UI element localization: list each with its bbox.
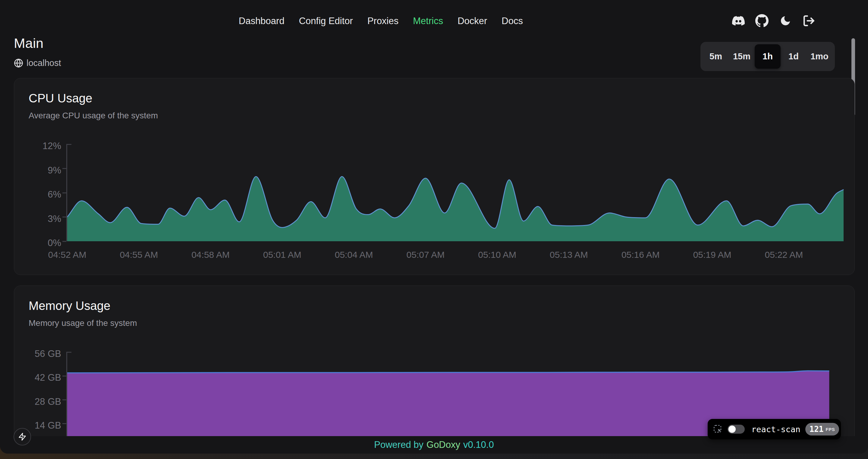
time-range-selector: 5m 15m 1h 1d 1mo [701,42,835,71]
memory-y-tick-label: 28 GB [35,396,61,407]
range-option-5m[interactable]: 5m [703,44,729,69]
cpu-y-tick-label: 9% [48,165,61,176]
cpu-area-chart: 0%3%6%9%12%04:52 AM04:55 AM04:58 AM05:01… [67,144,844,241]
nav-item-dashboard[interactable]: Dashboard [239,15,284,27]
app-window: Dashboard Config Editor Proxies Metrics … [0,0,868,454]
cpu-x-tick-label: 05:10 AM [478,250,516,260]
cpu-x-tick-label: 05:19 AM [693,250,732,260]
nav-item-docker[interactable]: Docker [458,15,487,27]
nav-item-config-editor[interactable]: Config Editor [299,15,353,27]
cpu-y-tick-label: 12% [42,141,61,152]
memory-y-tick-label: 56 GB [35,349,61,359]
cpu-x-tick-label: 04:58 AM [191,250,230,260]
cpu-x-tick-label: 04:55 AM [120,250,158,260]
toggle-knob [728,426,736,433]
react-scan-toggle[interactable] [727,425,745,434]
quick-actions-button[interactable] [13,428,31,446]
memory-y-tick-label: 14 GB [35,420,61,431]
globe-icon [14,59,23,68]
react-scan-label: react-scan [751,425,801,434]
range-option-1d[interactable]: 1d [781,44,807,69]
cpu-x-tick-label: 05:04 AM [335,250,373,260]
footer-brand-link[interactable]: GoDoxy [427,439,460,450]
footer-powered-by: Powered by [374,439,424,450]
cpu-x-tick-label: 05:22 AM [765,250,803,260]
cpu-y-tick-label: 3% [48,214,61,224]
cpu-x-tick-label: 05:07 AM [407,250,445,260]
range-option-1mo[interactable]: 1mo [807,44,832,69]
top-nav: Dashboard Config Editor Proxies Metrics … [239,15,523,27]
cpu-x-tick-label: 05:16 AM [621,250,660,260]
fps-unit: FPS [826,427,835,432]
cpu-y-axis-cap [66,144,71,145]
cpu-x-tick-label: 04:52 AM [48,250,87,260]
cpu-card-subtitle: Average CPU usage of the system [29,111,158,121]
host-name: localhost [27,58,61,68]
lightning-icon [18,432,27,441]
inspect-element-icon[interactable] [713,424,723,434]
memory-y-tick-label: 42 GB [35,372,61,383]
memory-y-tick [62,423,66,424]
nav-item-proxies[interactable]: Proxies [367,15,398,27]
page-title: Main [14,36,43,51]
memory-y-tick [62,375,66,376]
cpu-usage-card: CPU Usage Average CPU usage of the syste… [14,78,855,275]
cpu-x-tick-label: 05:01 AM [263,250,301,260]
cpu-y-tick [62,217,66,218]
host-row: localhost [14,58,61,68]
theme-moon-icon[interactable] [779,14,792,27]
cpu-y-axis [66,144,67,241]
memory-y-axis [66,352,67,448]
nav-icon-group [732,14,815,27]
cpu-y-tick-label: 6% [48,189,61,200]
cpu-y-tick-label: 0% [48,238,61,249]
range-option-15m[interactable]: 15m [729,44,755,69]
nav-item-docs[interactable]: Docs [501,15,523,27]
fps-badge: 121 FPS [805,423,839,435]
range-option-1h[interactable]: 1h [755,44,781,69]
footer-version: v0.10.0 [463,439,494,450]
github-icon[interactable] [755,14,769,27]
logout-icon[interactable] [802,14,815,27]
react-scan-widget: react-scan 121 FPS [708,419,841,439]
memory-y-axis-cap [66,352,71,353]
cpu-series [67,144,844,241]
memory-card-title: Memory Usage [29,299,110,313]
cpu-y-tick [62,241,66,242]
cpu-card-title: CPU Usage [29,92,92,105]
cpu-x-tick-label: 05:13 AM [550,250,588,260]
discord-icon[interactable] [732,14,745,27]
cpu-y-tick [62,168,66,169]
nav-item-metrics[interactable]: Metrics [413,15,443,27]
memory-card-subtitle: Memory usage of the system [29,318,137,328]
cpu-y-tick [62,192,66,193]
memory-y-tick [62,399,66,400]
fps-value: 121 [809,425,824,434]
